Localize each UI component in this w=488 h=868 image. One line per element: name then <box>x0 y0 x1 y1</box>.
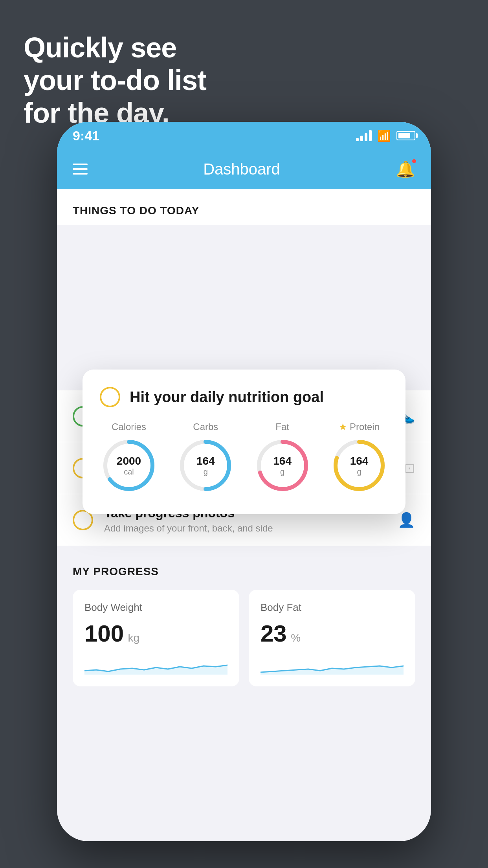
progress-section-title: MY PROGRESS <box>73 565 415 578</box>
body-fat-label: Body Fat <box>261 601 404 614</box>
macros-row: Calories 2000 cal Carbs <box>100 421 388 495</box>
macro-carbs: Carbs 164 g <box>176 421 235 495</box>
notification-bell-button[interactable]: 🔔 <box>396 160 415 178</box>
things-section-header: THINGS TO DO TODAY <box>57 189 431 225</box>
notification-dot <box>411 158 417 164</box>
signal-icon <box>356 130 372 141</box>
progress-card-weight[interactable]: Body Weight 100 kg <box>73 590 239 686</box>
star-icon: ★ <box>339 421 347 432</box>
hamburger-menu-button[interactable] <box>73 164 88 175</box>
app-title: Dashboard <box>203 160 280 178</box>
macro-protein: ★ Protein 164 g <box>330 421 388 495</box>
status-icons: 📶 <box>356 129 415 142</box>
card-spacer <box>57 225 431 390</box>
battery-icon <box>396 131 415 140</box>
progress-cards: Body Weight 100 kg Body Fat 23 % <box>73 590 415 686</box>
app-header: Dashboard 🔔 <box>57 149 431 189</box>
fat-label: Fat <box>275 421 289 432</box>
body-weight-chart <box>84 655 227 675</box>
things-section-title: THINGS TO DO TODAY <box>73 204 415 217</box>
macro-calories: Calories 2000 cal <box>100 421 158 495</box>
protein-label: ★ Protein <box>339 421 380 432</box>
body-fat-chart <box>261 655 404 675</box>
fat-ring: 164 g <box>253 436 312 495</box>
nutrition-card-title: Hit your daily nutrition goal <box>130 389 324 406</box>
status-time: 9:41 <box>73 128 99 143</box>
status-bar: 9:41 📶 <box>57 122 431 149</box>
carbs-label: Carbs <box>193 421 218 432</box>
person-icon: 👤 <box>398 512 415 528</box>
wifi-icon: 📶 <box>377 129 391 142</box>
headline: Quickly see your to-do list for the day. <box>24 31 206 129</box>
calories-label: Calories <box>112 421 146 432</box>
carbs-ring: 164 g <box>176 436 235 495</box>
body-weight-unit: kg <box>128 632 140 644</box>
progress-card-bodyfat[interactable]: Body Fat 23 % <box>249 590 415 686</box>
nutrition-checkbox[interactable] <box>100 387 120 407</box>
todo-subtitle-progress-photos: Add images of your front, back, and side <box>104 523 387 534</box>
body-fat-unit: % <box>291 632 301 644</box>
macro-fat: Fat 164 g <box>253 421 312 495</box>
body-fat-value: 23 <box>261 620 287 647</box>
protein-ring: 164 g <box>330 436 388 495</box>
progress-section: MY PROGRESS Body Weight 100 kg Body Fat <box>57 546 431 698</box>
nutrition-card[interactable]: Hit your daily nutrition goal Calories 2… <box>83 370 405 514</box>
body-weight-value: 100 <box>84 620 124 647</box>
body-weight-label: Body Weight <box>84 601 227 614</box>
calories-ring: 2000 cal <box>100 436 158 495</box>
